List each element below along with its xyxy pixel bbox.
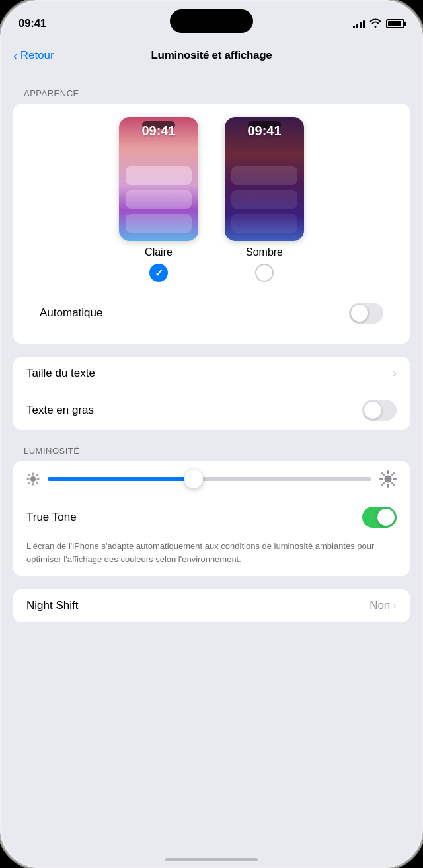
light-bar-1	[126, 166, 192, 185]
status-time: 09:41	[19, 17, 46, 30]
brightness-row	[13, 461, 410, 497]
dark-bar-2	[231, 190, 297, 209]
svg-line-8	[29, 482, 30, 483]
night-shift-label: Night Shift	[26, 599, 78, 612]
light-theme-label: Claire	[145, 246, 173, 258]
night-shift-value: Non	[369, 599, 390, 612]
light-theme-time: 09:41	[119, 124, 198, 139]
appearance-card: 09:41 Claire	[13, 104, 410, 344]
back-arrow-icon: ‹	[13, 49, 18, 62]
text-size-row[interactable]: Taille du texte ›	[13, 357, 410, 390]
signal-bars-icon	[353, 19, 365, 28]
content-area: APPARENCE 09:41	[0, 73, 423, 868]
dark-theme-bars	[231, 166, 297, 233]
true-tone-row[interactable]: True Tone	[13, 497, 410, 537]
true-tone-toggle-thumb	[377, 509, 395, 526]
svg-line-14	[382, 473, 384, 475]
text-size-chevron-icon: ›	[393, 367, 397, 380]
night-shift-chevron-icon: ›	[393, 599, 397, 612]
automatique-toggle-thumb	[351, 305, 368, 322]
luminosity-section-label: LUMINOSITÉ	[0, 446, 423, 456]
battery-fill	[388, 21, 401, 26]
automatique-label: Automatique	[40, 307, 102, 320]
dark-theme-preview: 09:41	[225, 117, 304, 241]
light-theme-bars	[126, 166, 192, 233]
theme-options: 09:41 Claire	[26, 117, 397, 282]
bold-text-label: Texte en gras	[26, 404, 94, 417]
phone-frame: 09:41 ‹ Retour L	[0, 0, 423, 868]
bold-text-toggle[interactable]	[362, 400, 397, 421]
svg-line-7	[36, 475, 37, 476]
dark-bar-3	[231, 214, 297, 233]
svg-line-15	[392, 483, 394, 485]
light-bar-3	[126, 214, 192, 233]
true-tone-toggle[interactable]	[362, 507, 397, 528]
svg-line-5	[29, 475, 30, 476]
text-size-label: Taille du texte	[26, 367, 95, 380]
dark-bar-1	[231, 166, 297, 185]
bold-text-row[interactable]: Texte en gras	[13, 390, 410, 430]
svg-line-17	[382, 483, 384, 485]
signal-bar-1	[353, 26, 355, 28]
wifi-icon	[369, 18, 381, 30]
svg-point-0	[30, 476, 36, 482]
back-button[interactable]: ‹ Retour	[13, 49, 54, 62]
light-bar-2	[126, 190, 192, 209]
home-indicator	[165, 858, 258, 861]
light-theme-option[interactable]: 09:41 Claire	[119, 117, 198, 282]
automatique-row[interactable]: Automatique	[26, 293, 397, 333]
automatique-toggle[interactable]	[349, 303, 383, 324]
true-tone-description: L'écran de l'iPhone s'adapte automatique…	[13, 537, 410, 576]
light-theme-radio[interactable]	[149, 264, 168, 282]
light-theme-preview: 09:41	[119, 117, 198, 241]
dark-theme-label: Sombre	[246, 246, 283, 258]
dark-theme-option[interactable]: 09:41 Sombre	[225, 117, 304, 282]
true-tone-label: True Tone	[26, 511, 77, 524]
signal-bar-3	[360, 22, 362, 28]
text-settings-card: Taille du texte › Texte en gras	[13, 357, 410, 430]
dark-theme-time: 09:41	[225, 124, 304, 139]
page-title: Luminosité et affichage	[151, 49, 272, 62]
brightness-high-icon	[379, 470, 397, 488]
night-shift-row[interactable]: Night Shift Non ›	[13, 589, 410, 622]
svg-line-6	[36, 482, 37, 483]
nav-bar: ‹ Retour Luminosité et affichage	[0, 38, 423, 73]
brightness-slider[interactable]	[48, 477, 371, 481]
svg-line-16	[392, 473, 394, 475]
night-shift-card: Night Shift Non ›	[13, 589, 410, 622]
signal-bar-2	[356, 24, 358, 28]
brightness-slider-fill	[48, 477, 194, 481]
appearance-section-label: APPARENCE	[0, 89, 423, 98]
appearance-options: 09:41 Claire	[13, 104, 410, 344]
brightness-low-icon	[26, 472, 40, 486]
back-label: Retour	[20, 49, 54, 62]
brightness-slider-thumb[interactable]	[184, 470, 203, 488]
status-icons	[353, 18, 404, 30]
dark-theme-radio[interactable]	[255, 264, 274, 282]
bold-text-toggle-thumb	[364, 402, 381, 419]
brightness-controls	[26, 470, 397, 488]
svg-point-9	[385, 476, 392, 483]
night-shift-value-group: Non ›	[369, 599, 397, 612]
dynamic-island	[170, 9, 253, 33]
signal-bar-4	[363, 20, 365, 28]
battery-icon	[386, 19, 404, 28]
luminosity-card: True Tone L'écran de l'iPhone s'adapte a…	[13, 461, 410, 576]
